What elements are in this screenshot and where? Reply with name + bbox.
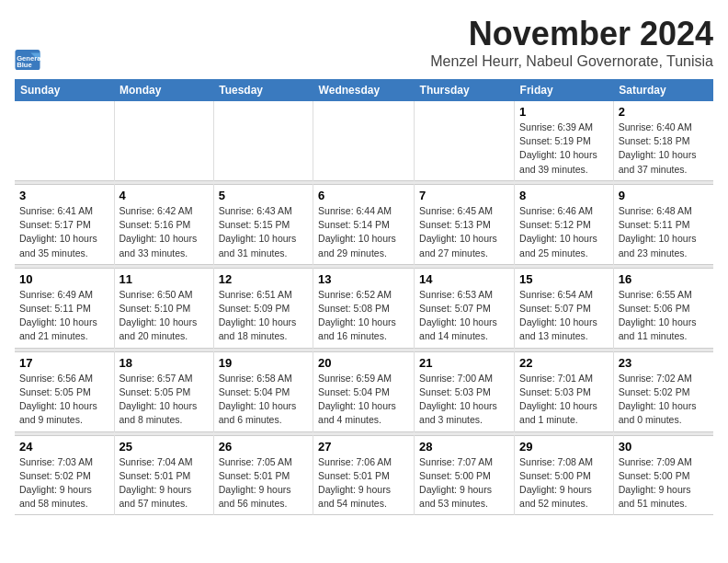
day-number: 30 <box>619 440 709 454</box>
day-number: 13 <box>318 272 409 286</box>
logo: General Blue <box>15 50 42 70</box>
day-number: 14 <box>419 272 509 286</box>
day-info: Sunrise: 6:55 AMSunset: 5:06 PMDaylight:… <box>619 288 709 344</box>
day-number: 11 <box>119 272 209 286</box>
calendar-cell: 10Sunrise: 6:49 AMSunset: 5:11 PMDayligh… <box>15 268 114 348</box>
day-number: 9 <box>619 189 709 202</box>
day-number: 28 <box>419 440 509 454</box>
day-number: 3 <box>19 189 109 202</box>
day-number: 19 <box>219 356 308 370</box>
day-info: Sunrise: 7:00 AMSunset: 5:03 PMDaylight:… <box>419 372 509 428</box>
day-info: Sunrise: 6:43 AMSunset: 5:15 PMDaylight:… <box>219 204 308 260</box>
day-info: Sunrise: 7:08 AMSunset: 5:00 PMDaylight:… <box>519 455 609 511</box>
day-info: Sunrise: 7:04 AMSunset: 5:01 PMDaylight:… <box>119 455 209 511</box>
month-title: November 2024 <box>430 15 713 53</box>
day-number: 24 <box>19 440 109 454</box>
calendar-cell: 9Sunrise: 6:48 AMSunset: 5:11 PMDaylight… <box>613 184 713 264</box>
day-number: 25 <box>119 440 209 454</box>
week-row: 17Sunrise: 6:56 AMSunset: 5:05 PMDayligh… <box>15 351 713 431</box>
calendar-cell <box>313 101 415 180</box>
calendar-cell: 26Sunrise: 7:05 AMSunset: 5:01 PMDayligh… <box>213 435 313 515</box>
calendar-cell: 11Sunrise: 6:50 AMSunset: 5:10 PMDayligh… <box>114 268 213 348</box>
week-row: 10Sunrise: 6:49 AMSunset: 5:11 PMDayligh… <box>15 268 713 348</box>
calendar-cell <box>15 101 114 180</box>
day-info: Sunrise: 7:05 AMSunset: 5:01 PMDaylight:… <box>219 455 308 511</box>
day-number: 4 <box>119 189 209 202</box>
day-number: 7 <box>419 189 509 202</box>
calendar-cell <box>213 101 313 180</box>
column-header-wednesday: Wednesday <box>313 79 415 101</box>
column-header-monday: Monday <box>114 79 213 101</box>
day-number: 21 <box>419 356 509 370</box>
calendar-cell: 19Sunrise: 6:58 AMSunset: 5:04 PMDayligh… <box>213 351 313 431</box>
calendar-cell: 12Sunrise: 6:51 AMSunset: 5:09 PMDayligh… <box>213 268 313 348</box>
day-number: 2 <box>619 105 709 119</box>
day-number: 1 <box>519 105 609 119</box>
day-info: Sunrise: 6:56 AMSunset: 5:05 PMDaylight:… <box>19 372 109 428</box>
svg-text:Blue: Blue <box>17 61 32 69</box>
calendar-cell: 25Sunrise: 7:04 AMSunset: 5:01 PMDayligh… <box>114 435 213 515</box>
day-info: Sunrise: 6:57 AMSunset: 5:05 PMDaylight:… <box>119 372 209 428</box>
column-header-tuesday: Tuesday <box>213 79 313 101</box>
calendar-cell: 3Sunrise: 6:41 AMSunset: 5:17 PMDaylight… <box>15 184 114 264</box>
day-info: Sunrise: 7:01 AMSunset: 5:03 PMDaylight:… <box>519 372 609 428</box>
calendar-cell: 20Sunrise: 6:59 AMSunset: 5:04 PMDayligh… <box>313 351 415 431</box>
column-header-sunday: Sunday <box>15 79 114 101</box>
calendar-cell: 4Sunrise: 6:42 AMSunset: 5:16 PMDaylight… <box>114 184 213 264</box>
day-info: Sunrise: 6:39 AMSunset: 5:19 PMDaylight:… <box>519 121 609 177</box>
day-info: Sunrise: 6:49 AMSunset: 5:11 PMDaylight:… <box>19 288 109 344</box>
calendar-cell: 5Sunrise: 6:43 AMSunset: 5:15 PMDaylight… <box>213 184 313 264</box>
calendar-cell: 1Sunrise: 6:39 AMSunset: 5:19 PMDaylight… <box>515 101 614 180</box>
week-row: 24Sunrise: 7:03 AMSunset: 5:02 PMDayligh… <box>15 435 713 515</box>
calendar-cell: 30Sunrise: 7:09 AMSunset: 5:00 PMDayligh… <box>613 435 713 515</box>
day-number: 23 <box>619 356 709 370</box>
day-info: Sunrise: 6:40 AMSunset: 5:18 PMDaylight:… <box>619 121 709 177</box>
day-number: 18 <box>119 356 209 370</box>
day-info: Sunrise: 6:48 AMSunset: 5:11 PMDaylight:… <box>619 204 709 260</box>
calendar-cell: 2Sunrise: 6:40 AMSunset: 5:18 PMDaylight… <box>613 101 713 180</box>
day-number: 8 <box>519 189 609 202</box>
calendar-cell: 7Sunrise: 6:45 AMSunset: 5:13 PMDaylight… <box>415 184 515 264</box>
day-info: Sunrise: 7:06 AMSunset: 5:01 PMDaylight:… <box>318 455 409 511</box>
calendar-cell: 29Sunrise: 7:08 AMSunset: 5:00 PMDayligh… <box>515 435 614 515</box>
day-number: 17 <box>19 356 109 370</box>
calendar-cell <box>114 101 213 180</box>
day-info: Sunrise: 7:07 AMSunset: 5:00 PMDaylight:… <box>419 455 509 511</box>
day-info: Sunrise: 6:44 AMSunset: 5:14 PMDaylight:… <box>318 204 409 260</box>
day-number: 27 <box>318 440 409 454</box>
column-header-friday: Friday <box>515 79 614 101</box>
day-info: Sunrise: 7:09 AMSunset: 5:00 PMDaylight:… <box>619 455 709 511</box>
calendar-cell: 15Sunrise: 6:54 AMSunset: 5:07 PMDayligh… <box>515 268 614 348</box>
day-number: 16 <box>619 272 709 286</box>
calendar-cell: 27Sunrise: 7:06 AMSunset: 5:01 PMDayligh… <box>313 435 415 515</box>
calendar-cell: 17Sunrise: 6:56 AMSunset: 5:05 PMDayligh… <box>15 351 114 431</box>
column-header-saturday: Saturday <box>613 79 713 101</box>
calendar-cell: 22Sunrise: 7:01 AMSunset: 5:03 PMDayligh… <box>515 351 614 431</box>
location-title: Menzel Heurr, Nabeul Governorate, Tunisi… <box>430 53 713 70</box>
calendar-cell: 6Sunrise: 6:44 AMSunset: 5:14 PMDaylight… <box>313 184 415 264</box>
day-info: Sunrise: 6:59 AMSunset: 5:04 PMDaylight:… <box>318 372 409 428</box>
day-info: Sunrise: 6:52 AMSunset: 5:08 PMDaylight:… <box>318 288 409 344</box>
day-info: Sunrise: 6:41 AMSunset: 5:17 PMDaylight:… <box>19 204 109 260</box>
day-number: 15 <box>519 272 609 286</box>
day-info: Sunrise: 6:50 AMSunset: 5:10 PMDaylight:… <box>119 288 209 344</box>
day-info: Sunrise: 6:45 AMSunset: 5:13 PMDaylight:… <box>419 204 509 260</box>
day-number: 26 <box>219 440 308 454</box>
calendar-cell: 28Sunrise: 7:07 AMSunset: 5:00 PMDayligh… <box>415 435 515 515</box>
day-number: 29 <box>519 440 609 454</box>
day-info: Sunrise: 7:03 AMSunset: 5:02 PMDaylight:… <box>19 455 109 511</box>
day-number: 20 <box>318 356 409 370</box>
week-row: 3Sunrise: 6:41 AMSunset: 5:17 PMDaylight… <box>15 184 713 264</box>
day-info: Sunrise: 6:51 AMSunset: 5:09 PMDaylight:… <box>219 288 308 344</box>
day-number: 12 <box>219 272 308 286</box>
calendar-cell: 18Sunrise: 6:57 AMSunset: 5:05 PMDayligh… <box>114 351 213 431</box>
day-info: Sunrise: 6:58 AMSunset: 5:04 PMDaylight:… <box>219 372 308 428</box>
calendar-cell: 24Sunrise: 7:03 AMSunset: 5:02 PMDayligh… <box>15 435 114 515</box>
calendar-cell: 16Sunrise: 6:55 AMSunset: 5:06 PMDayligh… <box>613 268 713 348</box>
calendar-cell: 14Sunrise: 6:53 AMSunset: 5:07 PMDayligh… <box>415 268 515 348</box>
day-number: 5 <box>219 189 308 202</box>
column-header-thursday: Thursday <box>415 79 515 101</box>
title-section: November 2024 Menzel Heurr, Nabeul Gover… <box>430 15 713 70</box>
calendar-cell: 23Sunrise: 7:02 AMSunset: 5:02 PMDayligh… <box>613 351 713 431</box>
day-info: Sunrise: 6:42 AMSunset: 5:16 PMDaylight:… <box>119 204 209 260</box>
